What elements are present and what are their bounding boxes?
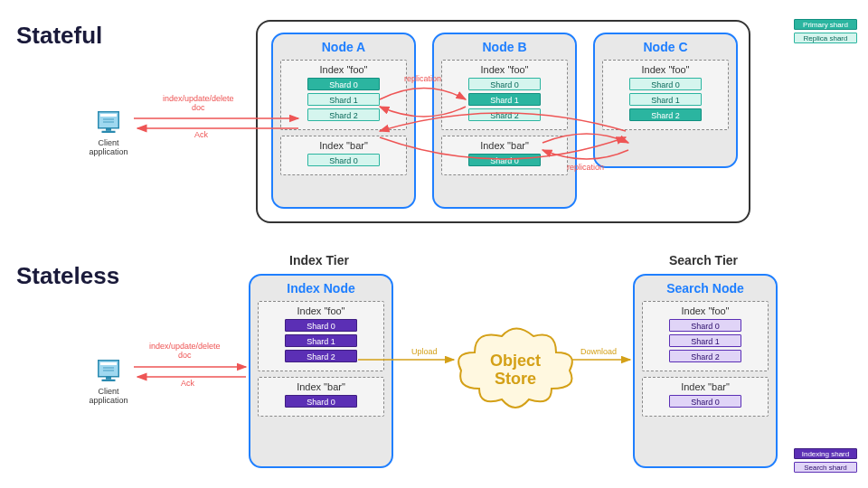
shard: Shard 0	[285, 319, 357, 332]
shard: Shard 0	[307, 78, 380, 90]
legend-search: Search shard	[794, 462, 857, 473]
index-label: Index "foo"	[607, 64, 724, 75]
svg-rect-10	[106, 377, 111, 380]
shard: Shard 0	[285, 395, 357, 408]
index-label: Index "bar"	[646, 381, 764, 392]
object-store: Object Store	[452, 325, 579, 416]
svg-rect-11	[102, 380, 116, 381]
download-label: Download	[580, 347, 617, 356]
index-node: Index Node Index "foo" Shard 0 Shard 1 S…	[249, 274, 393, 468]
svg-rect-7	[100, 362, 117, 365]
shard: Shard 1	[669, 334, 741, 347]
shard: Shard 2	[629, 108, 702, 121]
node-b: Node B Index "foo" Shard 0 Shard 1 Shard…	[432, 33, 577, 209]
client-label: Client application	[81, 388, 136, 406]
legend-indexing: Indexing shard	[794, 448, 857, 459]
index-label: Index "foo"	[446, 64, 563, 75]
shard: Shard 0	[307, 154, 380, 166]
index-label: Index "bar"	[262, 381, 380, 392]
legend-replica: Replica shard	[794, 33, 857, 43]
node-a-title: Node A	[273, 40, 414, 54]
legend-stateful: Primary shard Replica shard	[794, 16, 857, 46]
client-label: Client application	[81, 139, 136, 157]
shard: Shard 0	[669, 319, 741, 332]
svg-rect-1	[100, 114, 117, 117]
shard: Shard 1	[307, 93, 380, 106]
node-a: Node A Index "foo" Shard 0 Shard 1 Shard…	[271, 33, 416, 209]
ack-label: Ack	[194, 130, 208, 139]
shard: Shard 1	[468, 93, 541, 106]
search-tier-label: Search Tier	[669, 253, 738, 267]
shard: Shard 1	[285, 334, 357, 347]
shard: Shard 0	[468, 78, 541, 90]
upload-label: Upload	[411, 347, 438, 356]
legend-primary: Primary shard	[794, 19, 857, 30]
client-stateless: Client application	[81, 357, 136, 406]
shard: Shard 2	[285, 350, 357, 362]
node-b-index-bar: Index "bar" Shard 0	[441, 136, 568, 175]
node-c: Node C Index "foo" Shard 0 Shard 1 Shard…	[593, 33, 738, 168]
node-b-index-foo: Index "foo" Shard 0 Shard 1 Shard 2	[441, 60, 568, 130]
replication-label-bc: replication	[567, 163, 604, 172]
index-label: Index "bar"	[446, 140, 563, 151]
ack-label-2: Ack	[181, 379, 194, 388]
stateless-title: Stateless	[16, 262, 119, 290]
node-c-index-foo: Index "foo" Shard 0 Shard 1 Shard 2	[602, 60, 729, 130]
shard: Shard 0	[468, 154, 541, 166]
shard: Shard 0	[669, 395, 741, 408]
index-tier-label: Index Tier	[289, 253, 349, 267]
index-label: Index "foo"	[285, 64, 402, 75]
index-label: Index "bar"	[285, 140, 402, 151]
shard: Shard 2	[307, 108, 380, 121]
node-c-title: Node C	[595, 40, 736, 54]
search-node-title: Search Node	[635, 281, 776, 296]
svg-rect-5	[102, 131, 116, 133]
index-node-title: Index Node	[250, 281, 392, 296]
index-node-index-bar: Index "bar" Shard 0	[258, 377, 384, 417]
node-b-title: Node B	[434, 40, 575, 54]
client-stateful: Client application	[81, 108, 136, 157]
client-icon	[95, 357, 122, 384]
search-node: Search Node Index "foo" Shard 0 Shard 1 …	[633, 274, 778, 468]
shard: Shard 1	[629, 93, 702, 106]
legend-stateless: Indexing shard Search shard	[794, 446, 857, 475]
object-store-label: Object Store	[452, 352, 579, 389]
req-label: index/update/delete doc	[163, 94, 234, 112]
search-node-index-bar: Index "bar" Shard 0	[642, 377, 769, 417]
client-icon	[95, 108, 122, 136]
shard: Shard 2	[468, 108, 541, 121]
index-label: Index "foo"	[646, 305, 764, 316]
search-node-index-foo: Index "foo" Shard 0 Shard 1 Shard 2	[642, 301, 769, 371]
node-a-index-bar: Index "bar" Shard 0	[280, 136, 407, 175]
node-a-index-foo: Index "foo" Shard 0 Shard 1 Shard 2	[280, 60, 407, 130]
index-label: Index "foo"	[262, 305, 380, 316]
index-node-index-foo: Index "foo" Shard 0 Shard 1 Shard 2	[258, 301, 384, 371]
shard: Shard 0	[629, 78, 702, 90]
req-label-2: index/update/delete doc	[149, 342, 221, 360]
stateful-title: Stateful	[16, 22, 102, 50]
replication-label-ab: replication	[404, 74, 441, 83]
svg-rect-4	[106, 128, 111, 131]
shard: Shard 2	[669, 350, 741, 362]
